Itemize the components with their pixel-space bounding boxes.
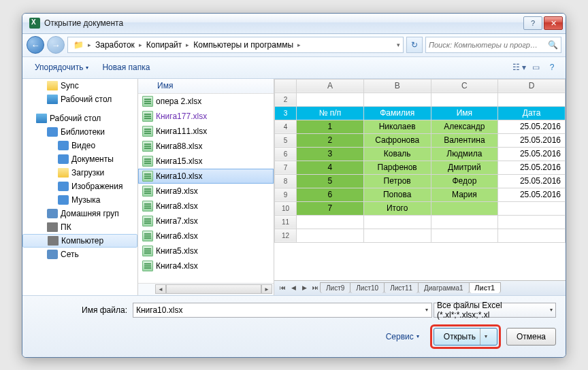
nav-back-button[interactable]: ← [27,36,44,54]
toolbar: Упорядочить▾ Новая папка ☷ ▾ ▭ ? [22,57,566,79]
nav-forward-button[interactable]: → [47,36,65,54]
filename-input[interactable] [133,303,432,318]
row-header[interactable]: 3 [275,106,297,120]
row-header[interactable]: 5 [275,133,297,147]
close-button[interactable]: ✕ [544,16,563,30]
file-name: Книга111.xlsx [156,127,207,136]
dialog-bottom: Имя файла: ▾ Все файлы Excel (*.xl*;*.xl… [22,295,566,357]
file-item[interactable]: Книга10.xlsx [138,169,274,184]
file-list-pane: Имя опера 2.xlsxКнига177.xlsxКнига111.xl… [138,79,274,295]
tree-item[interactable]: Библиотеки [22,125,137,139]
file-item[interactable]: Книга111.xlsx [138,124,274,139]
tree-item[interactable]: Документы [22,152,137,166]
row-header[interactable]: 8 [275,174,297,188]
excel-file-icon [142,216,153,226]
open-button[interactable]: Открыть ▾ [434,328,497,346]
tree-item[interactable]: Видео [22,139,137,152]
sheet-tab[interactable]: Лист9 [320,282,350,293]
tree-item[interactable]: Домашняя груп [22,207,137,220]
column-header[interactable]: C [431,79,498,92]
tab-first-icon[interactable]: ⏮ [277,282,288,293]
refresh-button[interactable]: ↻ [406,37,423,53]
tree-item[interactable]: ПК [22,220,137,234]
tree-item[interactable]: Загрузки [22,166,137,180]
sheet-tabs: ⏮ ◀ ▶ ⏭ Лист9Лист10Лист11Диаграмма1Лист1 [274,280,566,295]
sheet-tab[interactable]: Лист10 [350,282,385,293]
chevron-down-icon[interactable]: ▾ [397,41,400,48]
row-header[interactable]: 4 [275,120,297,133]
chevron-down-icon[interactable]: ▾ [425,307,428,313]
tab-next-icon[interactable]: ▶ [299,282,310,293]
view-options-button[interactable]: ☷ ▾ [511,60,527,75]
column-header[interactable]: D [498,79,566,92]
breadcrumb-item[interactable]: Заработок [93,39,137,51]
row-header[interactable]: 10 [275,201,297,215]
tree-item[interactable]: Сеть [22,248,137,261]
excel-file-icon [142,246,153,256]
row-header[interactable]: 11 [275,215,297,229]
file-item[interactable]: Книга6.xlsx [138,229,274,243]
row-header[interactable]: 7 [275,161,297,174]
scroll-track[interactable] [166,284,261,294]
row-header[interactable]: 9 [275,188,297,201]
file-list[interactable]: опера 2.xlsxКнига177.xlsxКнига111.xlsxКн… [138,94,274,283]
spreadsheet-preview: ABCD23№ п/пФамилияИмяДата41НиколаевАлекс… [274,79,566,280]
cell: 2 [297,133,364,147]
excel-icon [29,18,40,29]
file-item[interactable]: Книга88.xlsx [138,139,274,154]
search-box[interactable]: 🔍 [425,37,561,53]
excel-file-icon [142,156,153,167]
breadcrumb-item[interactable]: Копирайт [144,39,184,51]
file-item[interactable]: Книга15.xlsx [138,154,274,169]
file-item[interactable]: Книга177.xlsx [138,109,274,124]
excel-file-icon [142,201,153,212]
file-item[interactable]: Книга5.xlsx [138,243,274,258]
folder-icon [47,250,58,259]
folder-tree[interactable]: SyncРабочий столРабочий столБиблиотекиВи… [22,79,138,295]
tools-dropdown[interactable]: Сервис▾ [386,332,419,341]
organize-button[interactable]: Упорядочить▾ [28,60,95,75]
folder-icon [48,236,59,246]
cancel-button[interactable]: Отмена [506,328,556,346]
file-item[interactable]: Книга7.xlsx [138,214,274,229]
preview-pane-button[interactable]: ▭ [527,60,544,75]
tree-item-label: Документы [71,154,114,164]
sheet-tab[interactable]: Диаграмма1 [418,282,470,293]
file-name: Книга10.xlsx [156,171,202,181]
tree-item[interactable]: Компьютер [22,234,137,248]
row-header[interactable]: 6 [275,147,297,161]
help-button[interactable]: ? [523,16,542,30]
tree-item[interactable]: Рабочий стол [22,112,137,125]
file-item[interactable]: Книга9.xlsx [138,184,274,199]
chevron-down-icon[interactable]: ▾ [480,329,487,345]
column-header[interactable]: A [297,79,364,92]
tab-last-icon[interactable]: ⏭ [310,282,321,293]
column-header[interactable]: B [363,79,431,92]
file-item[interactable]: опера 2.xlsx [138,94,274,109]
new-folder-button[interactable]: Новая папка [95,60,157,75]
scroll-left-icon[interactable]: ◄ [155,284,166,294]
tree-item[interactable]: Изображения [22,180,137,193]
breadcrumb[interactable]: 📁 ▸ Заработок ▸ Копирайт ▸ Компьютеры и … [67,37,404,53]
file-column-header[interactable]: Имя [138,79,274,94]
tab-prev-icon[interactable]: ◀ [288,282,299,293]
search-input[interactable] [429,41,545,49]
cell: Сафронова [363,133,431,147]
row-header[interactable]: 12 [275,229,297,242]
help-icon[interactable]: ? [544,60,560,75]
cell: Валентина [431,133,498,147]
row-header[interactable]: 2 [275,92,297,106]
file-item[interactable]: Книга4.xlsx [138,258,274,273]
tree-item[interactable]: Sync [22,79,137,92]
tree-item[interactable]: Музыка [22,193,137,207]
sheet-tab[interactable]: Лист1 [469,282,501,293]
cell: Людмила [431,147,498,161]
filetype-dropdown[interactable]: Все файлы Excel (*.xl*;*.xlsx;*.xl ▾ [434,303,556,318]
file-item[interactable]: Книга8.xlsx [138,199,274,214]
tree-item-label: Рабочий стол [50,114,101,123]
sheet-tab[interactable]: Лист11 [384,282,419,293]
breadcrumb-item[interactable]: Компьютеры и программы [191,39,296,51]
cell: 25.05.2016 [498,174,566,188]
scroll-right-icon[interactable]: ► [261,284,272,294]
tree-item[interactable]: Рабочий стол [22,92,137,106]
